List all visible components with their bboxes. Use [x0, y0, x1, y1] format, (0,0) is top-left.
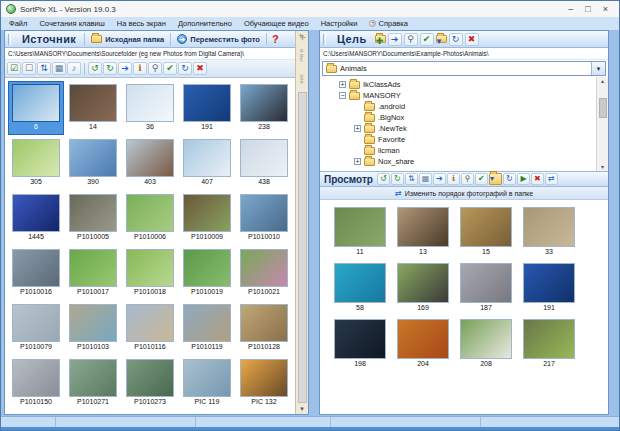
thumbnail[interactable]: P1010009	[179, 191, 235, 245]
edit-check-icon[interactable]: ✔	[475, 173, 488, 185]
source-scroll-strip[interactable]: ≪ и вы эле ▾	[295, 31, 308, 414]
thumbnail[interactable]: P1010017	[65, 246, 121, 300]
scroll-up-icon[interactable]: ▴	[601, 77, 604, 84]
thumbnail[interactable]: 169	[392, 260, 454, 315]
menu-fullscreen[interactable]: На весь экран	[111, 19, 172, 28]
thumbnail[interactable]: 198	[329, 316, 391, 371]
thumbnail[interactable]: PIC 132	[236, 356, 292, 410]
close-button[interactable]: ×	[603, 4, 608, 14]
thumbnail[interactable]: 305	[8, 136, 64, 190]
menu-file[interactable]: Файл	[3, 19, 33, 28]
rotate-right-icon[interactable]: ↻	[103, 62, 117, 75]
thumbnail[interactable]: P1010019	[179, 246, 235, 300]
tree-item[interactable]: licman	[320, 145, 608, 156]
play-icon[interactable]: ▶	[517, 173, 530, 185]
thumbnail[interactable]: 438	[236, 136, 292, 190]
rotate-left-icon[interactable]: ↺	[88, 62, 102, 75]
sort-icon[interactable]: ⇅	[37, 62, 51, 75]
reorder-icon[interactable]: ⇄	[545, 173, 558, 185]
scrollbar-thumb[interactable]	[599, 98, 607, 118]
thumbnail[interactable]: P1010006	[122, 191, 178, 245]
thumbnail[interactable]: 208	[455, 316, 517, 371]
tree-expand-icon[interactable]: +	[339, 81, 346, 88]
thumbnail[interactable]: P1010005	[65, 191, 121, 245]
tree-item[interactable]: + Nox_share	[320, 156, 608, 167]
delete-icon[interactable]: ✖	[465, 33, 479, 46]
thumbnail[interactable]: 191	[518, 260, 580, 315]
rotate-right-icon[interactable]: ↻	[391, 173, 404, 185]
thumbnail[interactable]: 217	[518, 316, 580, 371]
slideshow-icon[interactable]: ▦	[419, 173, 432, 185]
thumbnail[interactable]: 15	[455, 204, 517, 259]
tree-item[interactable]: .android	[320, 101, 608, 112]
thumbnail[interactable]: P1010150	[8, 356, 64, 410]
edit-check-icon[interactable]: ✔	[420, 33, 434, 46]
move-right-icon[interactable]: ➔	[388, 33, 402, 46]
thumbnail[interactable]: P1010273	[122, 356, 178, 410]
thumbnail[interactable]: 33	[518, 204, 580, 259]
tree-item[interactable]: + .NewTek	[320, 123, 608, 134]
maximize-button[interactable]: □	[585, 4, 590, 14]
scrollbar-thumb[interactable]	[298, 92, 307, 403]
thumbnail[interactable]: 403	[122, 136, 178, 190]
thumbnail[interactable]: P1010016	[8, 246, 64, 300]
chevron-down-icon[interactable]: ▾	[591, 62, 605, 75]
image-info-icon[interactable]: ℹ	[447, 173, 460, 185]
rotate-left-icon[interactable]: ↺	[377, 173, 390, 185]
minimize-button[interactable]: –	[568, 4, 573, 14]
target-folder-icon[interactable]: ▾	[489, 173, 502, 185]
menu-settings[interactable]: Настройки	[315, 19, 364, 28]
refresh-icon[interactable]: ↻	[449, 33, 463, 46]
thumbnail[interactable]: P1010116	[122, 301, 178, 355]
magnifier-icon[interactable]: ⚲	[461, 173, 474, 185]
tree-expand-icon[interactable]: +	[354, 125, 361, 132]
thumbnail[interactable]: 13	[392, 204, 454, 259]
thumbnail[interactable]: 58	[329, 260, 391, 315]
magnifier-icon[interactable]: ⚲	[404, 33, 418, 46]
thumbnail[interactable]: 6	[8, 81, 64, 135]
image-info-icon[interactable]: ℹ	[133, 62, 147, 75]
slideshow-icon[interactable]: ▦	[52, 62, 66, 75]
scroll-down-icon[interactable]: ▾	[601, 163, 604, 170]
toolbar-divider[interactable]	[84, 63, 85, 75]
thumbnail[interactable]: 238	[236, 81, 292, 135]
thumbnail[interactable]: P1010010	[236, 191, 292, 245]
thumbnail[interactable]: 11	[329, 204, 391, 259]
scroll-down-icon[interactable]: ▾	[300, 405, 304, 413]
collapse-chevron-icon[interactable]: ≪	[297, 32, 308, 43]
folder-combobox[interactable]: Animals ▾	[322, 61, 606, 76]
tree-item[interactable]: Favorite	[320, 134, 608, 145]
thumbnail[interactable]: P1010018	[122, 246, 178, 300]
thumbnail[interactable]: 36	[122, 81, 178, 135]
tree-expand-icon[interactable]: −	[339, 92, 346, 99]
refresh-icon[interactable]: ↻	[178, 62, 192, 75]
thumbnail[interactable]: PIC 119	[179, 356, 235, 410]
target-folder-icon[interactable]: ▾	[436, 35, 447, 43]
thumbnail[interactable]: P1010079	[8, 301, 64, 355]
menu-help[interactable]: ? Справка	[363, 19, 413, 28]
thumbnail[interactable]: P1010271	[65, 356, 121, 410]
thumbnail[interactable]: 407	[179, 136, 235, 190]
tree-item[interactable]: + IkClassAds	[320, 79, 608, 90]
thumbnail[interactable]: 187	[455, 260, 517, 315]
delete-icon[interactable]: ✖	[531, 173, 544, 185]
refresh-icon[interactable]: ↻	[503, 173, 516, 185]
magnifier-icon[interactable]: ⚲	[148, 62, 162, 75]
reorder-photos-button[interactable]: ⇄ Изменить порядок фотографий в папке	[320, 187, 608, 200]
tree-expand-icon[interactable]: +	[354, 158, 361, 165]
delete-icon[interactable]: ✖	[193, 62, 207, 75]
thumbnail[interactable]: P1010021	[236, 246, 292, 300]
audio-icon[interactable]: ♪	[67, 62, 81, 75]
tree-scrollbar[interactable]: ▴ ▾	[596, 77, 608, 171]
thumbnail[interactable]: P1010119	[179, 301, 235, 355]
deselect-all-icon[interactable]: ☐	[22, 62, 36, 75]
tree-item[interactable]: .BigNox	[320, 112, 608, 123]
select-all-icon[interactable]: ☑	[7, 62, 21, 75]
source-folder-button[interactable]: Исходная папка	[84, 33, 170, 46]
tree-item[interactable]: − MANSORY	[320, 90, 608, 101]
new-folder-icon[interactable]: ✚	[375, 35, 386, 43]
thumbnail[interactable]: 390	[65, 136, 121, 190]
help-button[interactable]: ?	[266, 33, 284, 45]
thumbnail[interactable]: 14	[65, 81, 121, 135]
menu-shortcuts[interactable]: Сочетания клавиш	[33, 19, 110, 28]
